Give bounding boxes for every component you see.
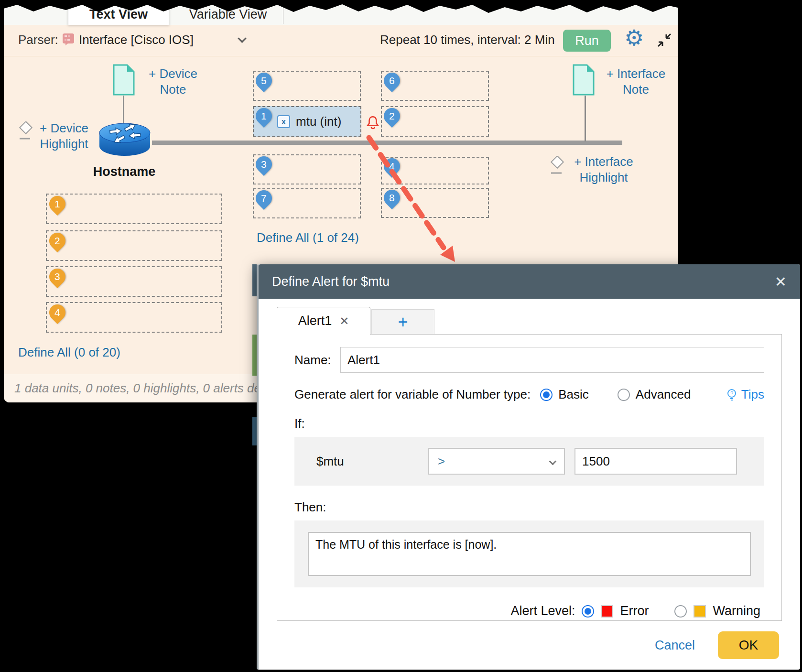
tab-separator bbox=[283, 7, 283, 24]
name-label: Name: bbox=[294, 353, 340, 368]
variable-label: mtu (int) bbox=[296, 114, 341, 129]
router-icon[interactable] bbox=[97, 119, 153, 160]
hidden-window-fragment bbox=[252, 417, 257, 445]
add-alert-tab-button[interactable]: + bbox=[371, 309, 434, 334]
pin-3-number: 3 bbox=[261, 159, 267, 170]
hidden-window-fragment bbox=[252, 264, 257, 296]
error-radio[interactable] bbox=[582, 605, 594, 618]
run-button-label: Run bbox=[575, 33, 599, 48]
close-icon[interactable]: ✕ bbox=[775, 273, 787, 290]
basic-radio[interactable] bbox=[540, 389, 553, 401]
interface-note-connector bbox=[585, 96, 586, 141]
then-label: Then: bbox=[294, 500, 764, 515]
ok-button-label: OK bbox=[739, 638, 758, 653]
tips-link[interactable]: ? Tips bbox=[726, 387, 764, 402]
plus-icon: + bbox=[398, 312, 408, 332]
dialog-title: Define Alert for $mtu bbox=[272, 274, 390, 289]
parser-label: Parser: bbox=[18, 33, 58, 47]
parser-icon bbox=[62, 33, 75, 45]
status-text: 1 data units, 0 notes, 0 highlights, 0 a… bbox=[14, 381, 288, 396]
device-pin-3-number: 3 bbox=[54, 271, 60, 282]
ok-button[interactable]: OK bbox=[718, 631, 779, 659]
parser-select-value[interactable]: Interface [Cisco IOS] bbox=[79, 33, 194, 47]
interface-line bbox=[152, 141, 622, 145]
threshold-input[interactable] bbox=[574, 448, 737, 475]
select-chevron-icon bbox=[549, 457, 557, 465]
define-all-interface-link[interactable]: Define All (1 of 24) bbox=[257, 230, 359, 245]
hidden-window-fragment bbox=[252, 335, 257, 376]
pin-2-number: 2 bbox=[389, 110, 395, 122]
device-pin-4-number: 4 bbox=[54, 307, 60, 318]
alert-form: Name: Generate alert for variable of Num… bbox=[277, 334, 782, 621]
tab-alert1-label: Alert1 bbox=[298, 314, 332, 328]
parser-dropdown-chevron-icon[interactable] bbox=[238, 34, 246, 43]
svg-text:?: ? bbox=[730, 390, 733, 396]
warning-color-swatch bbox=[694, 605, 706, 618]
add-device-highlight-button[interactable]: + Device Highlight bbox=[35, 120, 93, 152]
device-slot-3[interactable] bbox=[46, 266, 222, 297]
device-highlight-icon bbox=[17, 121, 34, 141]
operator-value: > bbox=[438, 454, 445, 469]
pin-8-number: 8 bbox=[389, 192, 395, 204]
device-note-icon bbox=[113, 64, 135, 96]
repeat-settings[interactable]: Repeat 10 times, interval: 2 Min bbox=[380, 33, 555, 47]
warning-label[interactable]: Warning bbox=[713, 604, 760, 618]
generate-label: Generate alert for variable of Number ty… bbox=[294, 387, 531, 402]
condition-variable: $mtu bbox=[316, 454, 428, 469]
pin-4-number: 4 bbox=[389, 161, 395, 172]
pin-5-number: 5 bbox=[261, 75, 267, 87]
add-interface-note-button[interactable]: + Interface Note bbox=[601, 66, 671, 97]
alert-message-input[interactable]: The MTU of this interface is [now]. bbox=[308, 532, 751, 576]
device-pin-1-number: 1 bbox=[54, 198, 60, 210]
add-interface-highlight-button[interactable]: + Interface Highlight bbox=[568, 154, 639, 185]
add-device-note-button[interactable]: + Device Note bbox=[141, 66, 205, 97]
alert-bell-icon[interactable] bbox=[365, 115, 380, 130]
if-label: If: bbox=[294, 416, 764, 431]
run-button[interactable]: Run bbox=[563, 30, 611, 52]
tab-alert1[interactable]: Alert1 ✕ bbox=[277, 307, 370, 335]
interface-note-icon bbox=[573, 64, 595, 96]
gear-icon[interactable]: ⚙ bbox=[624, 27, 644, 49]
collapse-icon[interactable] bbox=[656, 32, 673, 49]
device-pin-2-number: 2 bbox=[54, 235, 60, 247]
device-slot-4[interactable] bbox=[46, 302, 222, 333]
action-panel: The MTU of this interface is [now]. bbox=[294, 520, 764, 587]
variable-type-icon: x bbox=[277, 115, 290, 128]
alert-level-label: Alert Level: bbox=[510, 604, 575, 618]
interface-highlight-icon bbox=[549, 156, 566, 176]
device-slot-2[interactable] bbox=[46, 230, 222, 261]
tips-label: Tips bbox=[741, 387, 764, 402]
cancel-button[interactable]: Cancel bbox=[655, 638, 695, 653]
operator-select[interactable]: > bbox=[428, 448, 565, 475]
warning-radio[interactable] bbox=[674, 605, 687, 618]
dialog-header: Define Alert for $mtu ✕ bbox=[259, 264, 800, 299]
hostname-label: Hostname bbox=[72, 164, 177, 179]
advanced-radio[interactable] bbox=[618, 389, 630, 401]
pin-1-number: 1 bbox=[261, 110, 267, 122]
define-alert-dialog: Define Alert for $mtu ✕ Alert1 ✕ + Name:… bbox=[257, 264, 800, 670]
tab-alert1-close-icon[interactable]: ✕ bbox=[339, 314, 349, 328]
alert-name-input[interactable] bbox=[340, 347, 764, 373]
advanced-label[interactable]: Advanced bbox=[636, 387, 691, 402]
device-slot-1[interactable] bbox=[46, 194, 222, 224]
lightbulb-icon: ? bbox=[726, 389, 737, 401]
error-label[interactable]: Error bbox=[620, 604, 649, 618]
basic-label[interactable]: Basic bbox=[558, 387, 589, 402]
condition-panel: $mtu > bbox=[294, 437, 764, 486]
define-all-device-link[interactable]: Define All (0 of 20) bbox=[18, 345, 120, 360]
pin-6-number: 6 bbox=[389, 75, 395, 87]
error-color-swatch bbox=[601, 605, 613, 618]
pin-7-number: 7 bbox=[261, 193, 267, 204]
